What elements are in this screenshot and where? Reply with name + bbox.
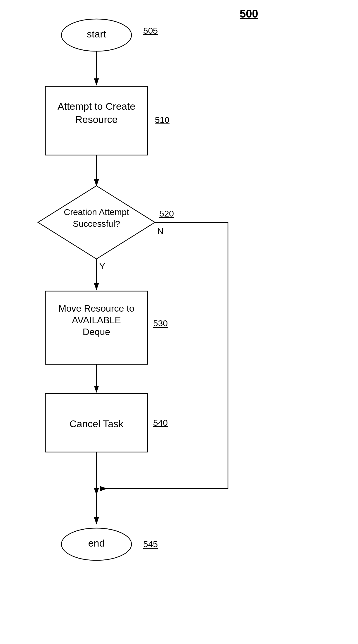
start-label: start xyxy=(87,28,106,40)
attempt-label2: Resource xyxy=(75,114,118,125)
end-label: end xyxy=(88,537,105,549)
end-ref: 545 xyxy=(143,539,158,549)
attempt-ref: 510 xyxy=(155,115,170,125)
cancel-ref: 540 xyxy=(153,418,168,427)
move-label1: Move Resource to xyxy=(58,303,134,314)
attempt-label: Attempt to Create xyxy=(58,101,135,112)
move-label3: Deque xyxy=(83,327,110,337)
cancel-label: Cancel Task xyxy=(70,418,124,429)
decision-label1: Creation Attempt xyxy=(64,207,129,217)
yes-label: Y xyxy=(99,261,105,271)
decision-label2: Successful? xyxy=(73,219,120,229)
decision-ref: 520 xyxy=(159,209,174,218)
move-label2: AVAILABLE xyxy=(72,315,121,325)
flowchart-diagram: 500 start 505 Attempt to Create Resource… xyxy=(0,0,358,644)
move-ref: 530 xyxy=(153,318,168,328)
no-label: N xyxy=(157,226,164,236)
diagram-ref-label: 500 xyxy=(240,8,258,20)
start-ref: 505 xyxy=(143,26,158,35)
